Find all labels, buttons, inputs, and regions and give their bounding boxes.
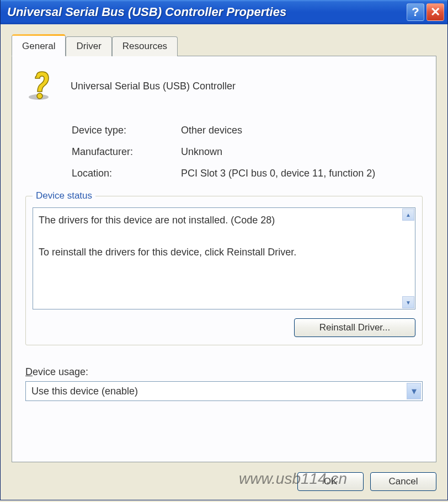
content-area: General Driver Resources Universal Seria… <box>1 24 447 500</box>
device-status-title: Device status <box>33 190 95 201</box>
close-button[interactable]: ✕ <box>426 3 444 21</box>
tab-driver[interactable]: Driver <box>66 36 111 56</box>
scrollbar-up-icon[interactable]: ▲ <box>402 209 414 221</box>
tab-panel-general: Universal Serial Bus (USB) Controller De… <box>12 56 436 462</box>
device-status-text-box[interactable]: The drivers for this device are not inst… <box>33 207 415 309</box>
dialog-footer: OK Cancel www.usb114.cn <box>12 462 436 491</box>
reinstall-row: Reinstall Driver... <box>33 318 415 337</box>
chevron-down-icon: ▾ <box>407 383 421 399</box>
tab-bar: General Driver Resources <box>12 36 436 56</box>
device-name: Universal Serial Bus (USB) Controller <box>71 81 236 92</box>
device-status-text: The drivers for this device are not inst… <box>39 212 409 260</box>
reinstall-driver-button[interactable]: Reinstall Driver... <box>294 318 415 337</box>
tab-general[interactable]: General <box>12 35 66 56</box>
location-value: PCI Slot 3 (PCI bus 0, device 11, functi… <box>181 168 423 179</box>
unknown-device-icon <box>25 71 58 102</box>
manufacturer-value: Unknown <box>181 146 423 158</box>
device-usage-selected: Use this device (enable) <box>31 386 138 397</box>
help-icon: ? <box>412 5 419 19</box>
device-type-value: Other devices <box>181 125 423 136</box>
device-type-label: Device type: <box>72 125 181 136</box>
device-usage-dropdown[interactable]: Use this device (enable) ▾ <box>25 381 423 401</box>
device-properties: Device type: Other devices Manufacturer:… <box>72 125 423 179</box>
manufacturer-label: Manufacturer: <box>72 146 181 158</box>
close-icon: ✕ <box>430 5 440 19</box>
cancel-button[interactable]: Cancel <box>370 472 436 491</box>
tab-resources[interactable]: Resources <box>112 36 178 56</box>
scrollbar-down-icon[interactable]: ▼ <box>402 296 414 308</box>
device-status-group: Device status The drivers for this devic… <box>25 196 423 345</box>
help-button[interactable]: ? <box>407 3 424 21</box>
titlebar[interactable]: Universal Serial Bus (USB) Controller Pr… <box>1 0 447 24</box>
titlebar-buttons: ? ✕ <box>407 3 444 21</box>
window-title: Universal Serial Bus (USB) Controller Pr… <box>7 5 407 19</box>
location-label: Location: <box>72 168 181 179</box>
device-usage-label: Device usage: <box>25 366 423 378</box>
device-usage-section: Device usage: Use this device (enable) ▾ <box>25 366 423 401</box>
device-header: Universal Serial Bus (USB) Controller <box>25 71 423 102</box>
properties-window: Universal Serial Bus (USB) Controller Pr… <box>0 0 448 500</box>
svg-point-1 <box>37 93 42 99</box>
ok-button[interactable]: OK <box>297 472 364 491</box>
